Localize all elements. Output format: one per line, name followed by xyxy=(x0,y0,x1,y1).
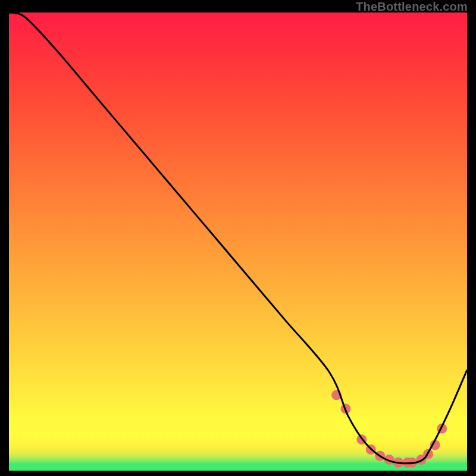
chart-plot xyxy=(9,12,467,471)
watermark-text: TheBottleneck.com xyxy=(356,0,468,14)
gradient-background xyxy=(9,12,467,471)
chart-frame xyxy=(9,12,467,471)
